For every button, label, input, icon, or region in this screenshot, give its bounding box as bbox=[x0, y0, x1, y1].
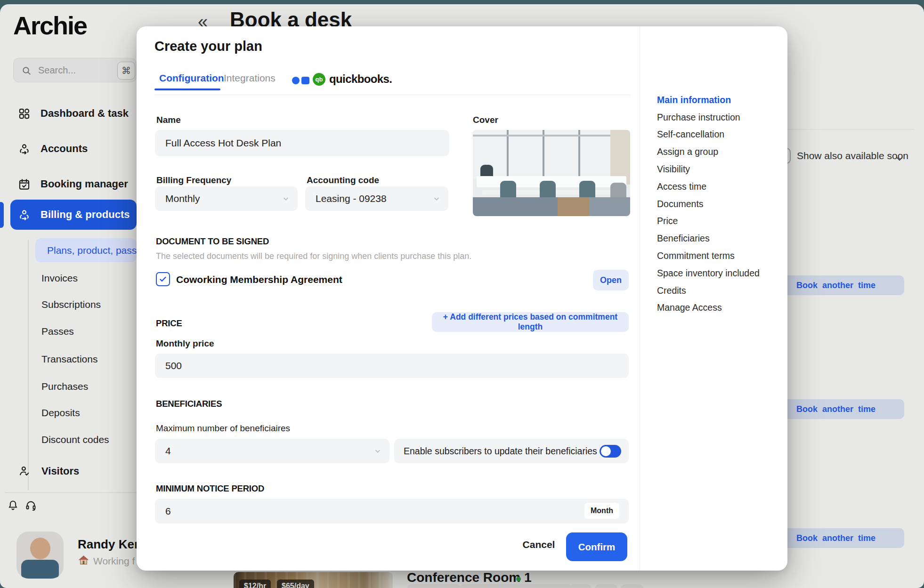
sidebar-subitem-subscriptions[interactable]: Subscriptions bbox=[41, 299, 101, 310]
room-chip-floor: Floor 2 bbox=[407, 584, 461, 588]
search-icon bbox=[21, 65, 32, 76]
billing-frequency-select[interactable]: Monthly bbox=[155, 186, 298, 211]
monthly-price-value: 500 bbox=[165, 354, 182, 378]
plan-name-input[interactable]: Full Access Hot Desk Plan bbox=[155, 130, 449, 156]
modal-divider bbox=[640, 26, 640, 571]
room-chip-screen bbox=[621, 584, 643, 588]
sidebar-subitem-passes[interactable]: Passes bbox=[41, 326, 74, 337]
book-another-time-button[interactable]: Book another time bbox=[768, 399, 904, 419]
documents-section-heading: DOCUMENT TO BE SIGNED bbox=[156, 236, 269, 247]
avatar[interactable] bbox=[16, 532, 64, 579]
sidebar-subitem-discount-codes[interactable]: Discount codes bbox=[41, 434, 109, 445]
nav-visibility[interactable]: Visibility bbox=[657, 161, 760, 178]
bell-icon[interactable] bbox=[7, 499, 19, 512]
room-photo: $12/hr $65/day bbox=[234, 572, 393, 588]
room-chip-audio bbox=[569, 584, 592, 588]
avatar-art bbox=[21, 560, 59, 579]
tabs-divider bbox=[154, 95, 630, 95]
document-checkbox[interactable] bbox=[156, 272, 170, 286]
nav-manage-access[interactable]: Manage Access bbox=[657, 299, 760, 317]
tab-integrations[interactable]: Integrations bbox=[224, 72, 276, 84]
billing-frequency-label: Billing Frequency bbox=[156, 175, 231, 185]
sidebar-item-label: Booking manager bbox=[41, 178, 128, 190]
chevron-down-icon bbox=[432, 194, 441, 203]
avatar-art bbox=[30, 538, 50, 559]
rate-hour-badge: $12/hr bbox=[239, 580, 271, 588]
monthly-price-input[interactable]: 500 bbox=[155, 354, 629, 378]
nav-purchase-instruction[interactable]: Purchase instruction bbox=[657, 109, 760, 126]
toggle-knob bbox=[601, 446, 611, 456]
sidebar-subitem-transactions[interactable]: Transactions bbox=[41, 354, 97, 365]
cover-label: Cover bbox=[473, 115, 498, 125]
nav-main-information[interactable]: Main information bbox=[657, 91, 760, 109]
link-square bbox=[301, 77, 309, 84]
room-chip-whiteboard: Whiteboard bbox=[513, 584, 572, 588]
room-chip-seats: 12 Seats bbox=[460, 584, 521, 588]
book-another-time-button[interactable]: Book another time bbox=[768, 275, 904, 295]
app-logo: Archie bbox=[13, 11, 87, 40]
search-box[interactable]: ⌘ bbox=[13, 58, 137, 82]
cmd-shortcut-badge: ⌘ bbox=[117, 62, 135, 80]
search-input[interactable] bbox=[38, 58, 113, 82]
calendar-check-icon bbox=[18, 178, 31, 191]
app-window: Archie ⌘ Dashboard & task Accoun bbox=[0, 4, 924, 588]
open-document-button[interactable]: Open bbox=[593, 270, 629, 290]
nav-beneficiaries[interactable]: Beneficiaries bbox=[657, 230, 760, 247]
tab-configuration[interactable]: Configuration bbox=[159, 72, 224, 84]
price-section-heading: PRICE bbox=[156, 318, 182, 329]
quickbooks-icon: qb bbox=[313, 73, 325, 86]
notice-unit-chip[interactable]: Month bbox=[584, 503, 619, 519]
sidebar-subitem-purchases[interactable]: Purchases bbox=[41, 381, 88, 392]
max-beneficiaries-select[interactable]: 4 bbox=[155, 439, 389, 463]
chevron-down-icon bbox=[282, 194, 290, 203]
link-dot bbox=[292, 77, 300, 84]
max-beneficiaries-label: Maximum number of beneficiaires bbox=[156, 423, 290, 434]
nav-assign-a-group[interactable]: Assign a group bbox=[657, 143, 760, 161]
user-sync-icon bbox=[18, 143, 31, 155]
accounting-code-label: Accounting code bbox=[307, 175, 379, 185]
sidebar-subitem-label: Plans, product, pass bbox=[47, 238, 137, 262]
nav-price[interactable]: Price bbox=[657, 213, 760, 230]
sidebar-footer-divider bbox=[5, 492, 137, 493]
sidebar-subitem-deposits[interactable]: Deposits bbox=[41, 407, 80, 419]
integration-link-icon bbox=[292, 76, 311, 85]
user-sync-icon bbox=[18, 209, 31, 221]
sidebar-subitem-plans[interactable]: Plans, product, pass bbox=[35, 238, 137, 262]
cover-art bbox=[473, 130, 630, 179]
notice-period-input[interactable]: 6 Month bbox=[155, 499, 629, 524]
cancel-button[interactable]: Cancel bbox=[516, 539, 561, 550]
sidebar-subitem-invoices[interactable]: Invoices bbox=[41, 273, 78, 284]
room-chip-clipboard bbox=[595, 584, 617, 588]
monthly-price-label: Monthly price bbox=[156, 338, 214, 349]
sidebar-item-label: Visitors bbox=[41, 465, 79, 477]
documents-section-subtitle: The selected documents will be required … bbox=[156, 251, 471, 261]
modal-title: Create your plan bbox=[154, 39, 262, 54]
quickbooks-wordmark: quickbooks. bbox=[329, 72, 392, 86]
nav-documents[interactable]: Documents bbox=[657, 195, 760, 213]
sidebar-item-label: Accounts bbox=[41, 143, 88, 155]
nav-credits[interactable]: Credits bbox=[657, 282, 760, 299]
accounting-code-value: Leasing - 09238 bbox=[316, 186, 387, 211]
beneficiaries-toggle[interactable] bbox=[600, 445, 621, 458]
name-label: Name bbox=[156, 115, 181, 125]
nav-access-time[interactable]: Access time bbox=[657, 178, 760, 195]
cover-art bbox=[473, 197, 630, 216]
nav-commitment-terms[interactable]: Commitment terms bbox=[657, 247, 760, 265]
notice-period-value: 6 bbox=[165, 499, 171, 524]
accounting-code-select[interactable]: Leasing - 09238 bbox=[305, 186, 448, 211]
beneficiaries-section-heading: BENEFICIARIES bbox=[156, 399, 222, 409]
headset-icon[interactable] bbox=[24, 499, 37, 512]
nav-space-inventory[interactable]: Space inventory included bbox=[657, 265, 760, 282]
book-another-time-button[interactable]: Book another time bbox=[768, 528, 904, 548]
screen: Archie ⌘ Dashboard & task Accoun bbox=[0, 0, 924, 588]
cover-art bbox=[473, 135, 630, 137]
show-available-label: Show also available soon bbox=[797, 150, 908, 161]
chevron-down-icon[interactable] bbox=[894, 153, 905, 164]
notice-section-heading: MINIMUM NOTICE PERIOD bbox=[156, 483, 264, 494]
cover-image[interactable] bbox=[473, 130, 630, 216]
rate-day-badge: $65/day bbox=[277, 580, 314, 588]
header-divider bbox=[787, 129, 915, 129]
add-prices-button[interactable]: + Add different prices based on commitme… bbox=[432, 312, 629, 332]
nav-self-cancellation[interactable]: Self-cancellation bbox=[657, 126, 760, 144]
confirm-button[interactable]: Confirm bbox=[566, 532, 627, 561]
